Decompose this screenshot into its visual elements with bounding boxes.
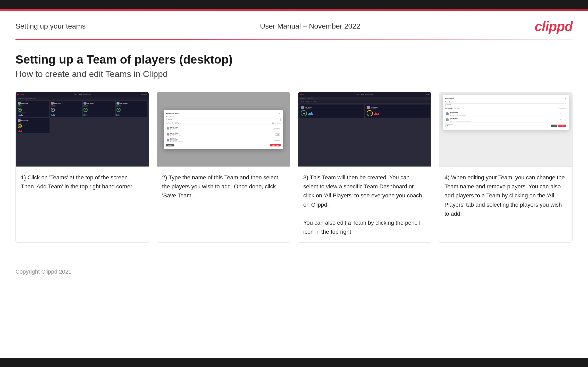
modal4-team-name-label: Team Name * (445, 101, 566, 103)
card-3: clippd Home Teams My Performance Blair M… (298, 92, 431, 243)
modal2-close-icon[interactable]: ✕ (279, 112, 281, 115)
modal4-cancel-button[interactable]: Cancel (551, 125, 557, 127)
modal2-player-row: Dave Billingham 3.6 Handicap The Dog Man… (166, 144, 281, 144)
modal2-tab-allplayers[interactable]: All Players (175, 122, 182, 124)
header-center-text: User Manual – November 2022 (260, 22, 360, 30)
modal2-team-name-input[interactable]: Team A (166, 118, 281, 121)
edit-team-modal: Edit Team ✕ Team Name * Team A My Team (… (443, 95, 569, 130)
modal4-tab-myteam[interactable]: My Team (2) (445, 107, 453, 109)
remove-player-button[interactable]: Remove (559, 119, 566, 121)
modal2-cancel-button[interactable]: Cancel (166, 144, 174, 146)
modal2-save-button[interactable]: Save Team (270, 144, 281, 146)
card-1-screenshot: clippd Home Teams My Performance Finding (16, 92, 149, 167)
header-left-text: Setting up your teams (15, 22, 86, 30)
modal4-player-row: Blair McHarg Plus Handicap Royal North D… (445, 117, 566, 123)
card-3-text: 3) This Team will then be created. You c… (298, 167, 431, 242)
modal4-save-button[interactable]: Save Team (558, 125, 566, 127)
modal4-delete-button[interactable]: 🗑 Delete (445, 124, 453, 127)
modal4-footer: 🗑 Delete Cancel Save Team (445, 124, 566, 127)
copyright-text: Copyright Clippd 2021 (15, 268, 72, 275)
player-added-label: Player Added (274, 128, 280, 129)
modal2-tabs: My Team (2) All Players Filter by name (166, 122, 281, 125)
modal2-player-row: Adrian Colba 1.5 Handicap Central London… (166, 132, 281, 137)
card-4-screenshot: Edit Team ✕ Team Name * Team A My Team (… (439, 92, 572, 167)
footer: Copyright Clippd 2021 (0, 263, 588, 280)
modal2-team-name-label: Team Name * (166, 116, 281, 118)
modal4-title: Edit Team (445, 98, 454, 99)
modal4-tab-allplayers[interactable]: All Players (454, 107, 460, 109)
add-new-team-modal: Add New Team ✕ Team Name * Team A My Tea… (164, 110, 283, 149)
card-1: clippd Home Teams My Performance Finding (15, 92, 149, 243)
card-1-text: 1) Click on 'Teams' at the top of the sc… (16, 167, 149, 242)
card-4-text: 4) When editing your Team, you can chang… (439, 167, 572, 242)
modal2-filter: Filter by name (272, 123, 281, 124)
modal2-player-list: Adrian Player Plus Handicap The Shire Lo… (166, 126, 281, 144)
card-3-screenshot: clippd Home Teams My Performance Blair M… (298, 92, 431, 167)
modal2-player-row: Adrian Player Plus Handicap The Shire Lo… (166, 126, 281, 131)
modal2-tab-myteam[interactable]: My Team (2) (166, 122, 173, 124)
main-content: Setting up a Team of players (desktop) H… (0, 40, 588, 263)
modal4-team-name-input[interactable]: Team A (445, 103, 566, 106)
page-subtitle: How to create and edit Teams in Clippd (15, 69, 573, 79)
page-title: Setting up a Team of players (desktop) (15, 53, 573, 66)
modal2-footer: Cancel Save Team (166, 144, 281, 146)
modal4-close-icon[interactable]: ✕ (565, 97, 566, 100)
remove-player-button[interactable]: Remove (559, 113, 566, 115)
card-4: Edit Team ✕ Team Name * Team A My Team (… (439, 92, 573, 243)
bottom-bar (0, 358, 588, 367)
header-right: clippd (535, 19, 573, 34)
cards-grid: clippd Home Teams My Performance Finding (15, 92, 573, 243)
player-added-label: Player Added (274, 140, 280, 141)
modal2-title: Add New Team (166, 112, 179, 114)
modal4-tabs: My Team (2) All Players Filter by name (445, 107, 566, 110)
card-2: Add New Team ✕ Team Name * Team A My Tea… (157, 92, 290, 243)
top-bar (0, 0, 588, 9)
modal4-player-row: Adrian Player Plus Handicap The Shire Lo… (445, 111, 566, 117)
add-player-button[interactable]: Add (275, 133, 280, 136)
card-2-screenshot: Add New Team ✕ Team Name * Team A My Tea… (157, 92, 290, 167)
clippd-logo: clippd (535, 19, 573, 34)
header: Setting up your teams User Manual – Nove… (0, 11, 588, 39)
card-2-text: 2) Type the name of this Team and then s… (157, 167, 290, 242)
modal2-player-row: Blair McHarg Plus Handicap Royal North D… (166, 138, 281, 143)
